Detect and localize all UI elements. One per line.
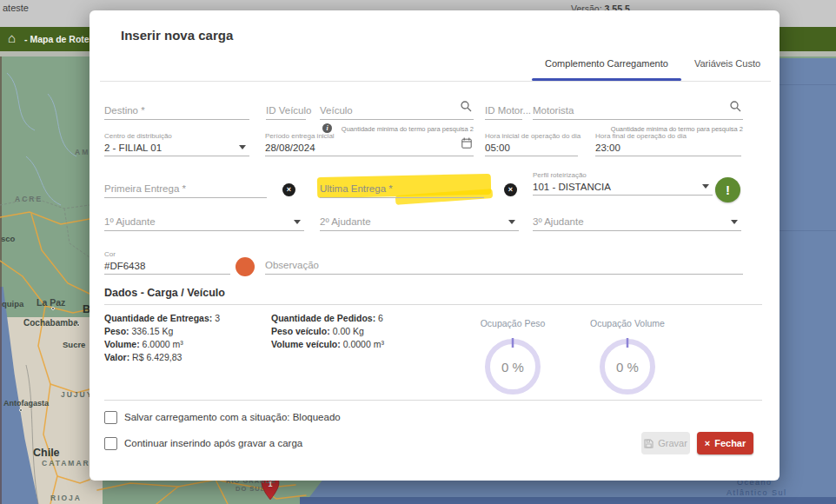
map-label-state: RIOJA [50,494,82,502]
tab-complemento-carregamento[interactable]: Complemento Carregamento [532,58,681,69]
centro-distribuicao-select[interactable]: Centro de distribuição 2 - FILIAL 01 [104,132,249,156]
dialog-title: Inserir nova carga [121,28,233,43]
map-label-city: Cochabamba [23,318,78,328]
map-label-city: Sucre [63,340,85,349]
clear-icon[interactable]: × [504,183,517,196]
gauge-title: Ocupação Peso [481,318,546,328]
motorista-input[interactable]: Motorista [533,101,743,120]
map-label-state: AM [75,148,90,156]
cor-value: #DF6438 [104,261,230,274]
motorista-placeholder: Motorista [533,105,574,119]
centro-label: Centro de distribuição [104,132,249,140]
map-label-city: Antofagasta [3,399,49,408]
dados-line: Volume veículo: 0.0000 m³ [271,338,384,351]
checkbox-salvar-bloqueado-label: Salvar carregamento com a situação: Bloq… [124,412,341,422]
active-tab-indicator [532,78,681,81]
checkbox-continuar-inserindo-label: Continuar inserindo após gravar a carga [124,438,302,448]
map-label-country: Chile [33,447,60,459]
color-swatch[interactable] [236,257,255,276]
periodo-value: 28/08/2024 [265,143,474,156]
tab-variaveis-custo[interactable]: Variáveis Custo [687,58,767,69]
map-label-state: DO SUL [236,485,265,493]
hora-inicial-label: Hora inicial de operação do dia [485,132,578,140]
hora-final-input[interactable]: Hora final de operação do dia 23:00 [595,132,741,156]
ajudante3-select[interactable]: 3º Ajudante [533,212,741,231]
hora-inicial-value: 05:00 [485,143,578,156]
gravar-label: Gravar [658,438,687,448]
chevron-down-icon [508,220,515,224]
map-label-city: La Paz [36,297,65,308]
city-dot [76,323,80,327]
primeira-entrega-input[interactable]: Primeira Entrega * [104,179,267,198]
gauge-ocupacao-peso: Ocupação Peso 0 % [461,315,565,330]
ajudante3-placeholder: 3º Ajudante [533,216,584,230]
veiculo-placeholder: Veículo [320,105,353,119]
perfil-label: Perfil roteirização [533,171,713,179]
destino-input[interactable]: Destino * [104,101,249,120]
close-icon: × [705,438,710,448]
id-veiculo-placeholder: ID Veículo [266,105,311,119]
insert-load-dialog: Inserir nova carga Complemento Carregame… [90,10,780,481]
dados-column-2: Quantidade de Pedidos: 6 Peso veículo: 0… [271,312,384,351]
screen: 1 AM ACRE sco quipa La Paz Bo Cochabamba… [0,0,836,504]
periodo-entrega-input[interactable]: Período entrega inicial 28/08/2024 [265,132,474,156]
fechar-button[interactable]: × Fechar [697,432,753,454]
gravar-button[interactable]: Gravar [641,432,690,454]
dados-line: Peso veículo: 0.00 Kg [271,325,384,338]
calendar-icon[interactable] [461,136,472,152]
ajudante1-placeholder: 1º Ajudante [104,216,156,230]
section-divider [104,400,762,401]
destino-placeholder: Destino * [104,105,145,119]
map-sea-band [300,497,836,504]
checkbox-continuar-inserindo[interactable] [104,437,117,450]
home-icon[interactable]: ⌂ [8,31,16,44]
map-label-state: JUJUY [61,390,93,399]
section-divider [104,304,762,305]
primeira-entrega-placeholder: Primeira Entrega * [104,183,186,197]
city-dot [51,307,55,310]
id-veiculo-input[interactable]: ID Veículo [266,101,306,120]
chevron-down-icon [239,145,246,149]
ultima-entrega-input[interactable]: Ultima Entrega * [320,179,484,198]
dados-line: Volume: 6.0000 m³ [104,338,220,351]
hora-final-value: 23:00 [595,143,741,156]
map-edge-line [0,52,2,504]
chevron-down-icon [294,220,301,224]
checkbox-salvar-bloqueado[interactable] [104,411,117,424]
fechar-label: Fechar [714,438,746,448]
dados-line: Valor: R$ 6.429,83 [104,351,220,364]
dados-line: Quantidade de Pedidos: 6 [271,312,384,325]
gauge-value: 0 % [482,360,543,375]
chevron-down-icon [702,184,709,189]
id-motorista-input[interactable]: ID Motor... [485,101,522,120]
id-motorista-placeholder: ID Motor... [485,105,531,119]
cor-label: Cor [104,250,230,258]
map-label-city: quipa [2,299,23,308]
observacao-placeholder: Observação [265,260,319,274]
ajudante1-select[interactable]: 1º Ajudante [104,212,304,231]
dados-line: Peso: 336.15 Kg [104,325,220,338]
centro-value: 2 - FILIAL 01 [104,143,249,156]
search-icon[interactable] [461,100,472,116]
observacao-input[interactable]: Observação [265,255,743,275]
clear-icon[interactable]: × [282,183,295,196]
ajudante2-select[interactable]: 2º Ajudante [320,212,519,231]
gauge-title: Ocupação Volume [590,318,665,328]
gauge-ocupacao-volume: Ocupação Volume 0 % [575,315,680,330]
search-icon[interactable] [730,100,741,116]
dados-section-title: Dados - Carga / Veículo [104,287,225,299]
warning-icon[interactable]: ! [715,177,740,202]
window-title: ateste [3,3,29,13]
perfil-roteirizacao-select[interactable]: Perfil roteirização 101 - DISTANCIA [533,171,713,196]
city-dot [19,408,23,412]
hora-final-label: Hora final de operação do dia [595,132,741,140]
map-label-ocean: Atlântico Sul [727,488,787,497]
map-label-city: sco [1,234,15,243]
gauge-value: 0 % [597,360,658,375]
veiculo-input[interactable]: Veículo [320,101,474,120]
cor-input[interactable]: Cor #DF6438 [104,250,230,275]
map-label-state: ACRE [15,195,43,203]
dados-line: Quantidade de Entregas: 3 [104,312,220,325]
tabs-divider [100,81,771,82]
hora-inicial-input[interactable]: Hora inicial de operação do dia 05:00 [485,132,578,156]
